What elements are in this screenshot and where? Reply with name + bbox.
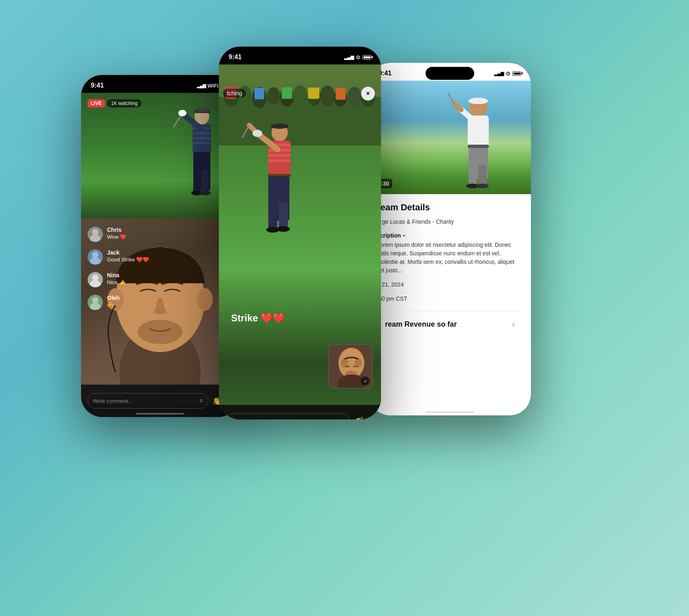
pip-camera-2: ⤢ bbox=[328, 344, 373, 389]
avatar-nina bbox=[88, 272, 103, 287]
status-icons-2: ▂▄▆ ⊙ bbox=[344, 54, 371, 60]
description-row: scription – Lorem ipsum dolor sit nsecte… bbox=[377, 232, 523, 275]
username-oleh: Oleh bbox=[107, 295, 120, 301]
comment-text-nina: Nina Nice 👍 bbox=[107, 272, 126, 285]
golfer-figure-1 bbox=[170, 105, 223, 218]
comment-text-oleh: Oleh 🤩 bbox=[107, 295, 120, 308]
phone-3: 9:41 ▂▄▆ ⊙ bbox=[369, 63, 531, 415]
avatar-oleh bbox=[88, 295, 103, 310]
message-oleh: 🤩 bbox=[107, 302, 120, 308]
comment-text-chris: Chris Wow ❤️ bbox=[107, 227, 126, 240]
svg-rect-46 bbox=[336, 88, 346, 100]
message-jack: Good Strike ❤️❤️ bbox=[107, 257, 149, 263]
applause-icon-2[interactable]: 👏 bbox=[354, 416, 364, 419]
strike-text-2: Strike ❤️❤️ bbox=[231, 312, 285, 324]
svg-point-34 bbox=[267, 87, 280, 105]
svg-rect-13 bbox=[201, 170, 209, 192]
svg-rect-5 bbox=[193, 132, 211, 135]
revenue-label-3: ream Revenue so far bbox=[385, 320, 457, 329]
bottom-bar-2: mment... ≡ 👏 ➤ bbox=[219, 405, 381, 419]
signal-icon-3: ▂▄▆ bbox=[494, 71, 504, 76]
menu-icon-2: ≡ bbox=[341, 417, 345, 419]
message-chris: Wow ❤️ bbox=[107, 234, 126, 240]
phone-1: 9:41 WiFi bbox=[81, 75, 239, 417]
battery-icon-2 bbox=[362, 55, 371, 60]
chevron-right-3: › bbox=[512, 320, 515, 329]
wifi-icon-1: WiFi bbox=[208, 83, 218, 89]
svg-point-38 bbox=[320, 86, 335, 107]
pip-expand-2[interactable]: ⤢ bbox=[361, 376, 370, 385]
svg-rect-58 bbox=[279, 202, 288, 229]
svg-point-36 bbox=[293, 85, 307, 105]
svg-rect-75 bbox=[468, 145, 489, 148]
svg-rect-77 bbox=[478, 165, 486, 185]
svg-point-23 bbox=[90, 235, 101, 242]
username-chris: Chris bbox=[107, 227, 126, 233]
svg-point-25 bbox=[90, 257, 101, 265]
menu-icon-1: ≡ bbox=[199, 397, 203, 404]
svg-point-40 bbox=[348, 87, 362, 106]
golf-video-3: 8:30 bbox=[369, 81, 531, 194]
svg-point-72 bbox=[469, 98, 488, 104]
svg-line-81 bbox=[454, 103, 461, 110]
golfer-back-svg-3 bbox=[446, 93, 511, 194]
svg-point-2 bbox=[195, 108, 210, 112]
status-time-1: 9:41 bbox=[91, 82, 104, 89]
comment-text-jack: Jack Good Strike ❤️❤️ bbox=[107, 249, 149, 263]
revenue-row-3[interactable]: ream Revenue so far › bbox=[377, 311, 523, 337]
username-jack: Jack bbox=[107, 249, 149, 256]
signal-icon-1 bbox=[197, 83, 205, 88]
svg-point-79 bbox=[476, 184, 489, 188]
status-icons-3: ▂▄▆ ⊙ bbox=[494, 71, 521, 77]
send-icon-2[interactable]: ➤ bbox=[366, 416, 377, 419]
svg-rect-44 bbox=[282, 87, 292, 99]
signal-icon-2: ▂▄▆ bbox=[344, 55, 354, 60]
golfer-svg-2 bbox=[235, 117, 316, 344]
event-name-row: orge Lucas & Friends - Charity bbox=[377, 218, 523, 226]
live-badge-1: LIVE bbox=[88, 99, 105, 107]
comments-overlay-1: Chris Wow ❤️ Jack Good Str bbox=[81, 227, 239, 317]
stream-details-3: ream Details orge Lucas & Friends - Char… bbox=[369, 194, 531, 415]
svg-point-16 bbox=[178, 110, 186, 116]
svg-point-60 bbox=[277, 226, 290, 232]
comment-input-2[interactable]: mment... ≡ bbox=[225, 413, 350, 419]
time-row: :30 pm CST bbox=[377, 295, 523, 303]
close-button-2[interactable]: × bbox=[361, 87, 375, 101]
svg-rect-54 bbox=[268, 159, 291, 162]
golf-video-2: tching × Strike ❤️❤️ bbox=[219, 64, 381, 419]
phone-2: 9:41 ▂▄▆ ⊙ bbox=[219, 47, 381, 419]
status-time-2: 9:41 bbox=[229, 53, 242, 61]
dynamic-island-3 bbox=[426, 67, 474, 80]
event-name-3: orge Lucas & Friends - Charity bbox=[377, 218, 454, 225]
avatar-chris bbox=[88, 227, 103, 242]
comment-input-1[interactable]: Write comment... ≡ bbox=[88, 393, 208, 409]
dynamic-island-2 bbox=[276, 51, 324, 64]
stream-details-title-3: ream Details bbox=[377, 202, 523, 213]
svg-point-26 bbox=[92, 274, 98, 281]
comment-item-chris: Chris Wow ❤️ bbox=[88, 227, 233, 242]
svg-point-15 bbox=[199, 190, 211, 195]
svg-rect-57 bbox=[268, 200, 277, 229]
svg-rect-43 bbox=[255, 88, 264, 99]
svg-line-63 bbox=[242, 125, 249, 137]
svg-point-27 bbox=[90, 280, 101, 287]
svg-rect-76 bbox=[469, 165, 477, 185]
svg-rect-12 bbox=[193, 170, 201, 192]
comment-placeholder-2: mment... bbox=[231, 418, 338, 420]
watching-badge-2: tching bbox=[223, 89, 246, 98]
svg-line-82 bbox=[448, 93, 454, 103]
svg-rect-45 bbox=[308, 88, 319, 99]
svg-point-22 bbox=[92, 229, 98, 235]
svg-point-21 bbox=[138, 320, 182, 344]
battery-icon-3 bbox=[512, 71, 521, 76]
comment-item-nina: Nina Nice 👍 bbox=[88, 272, 233, 287]
svg-rect-53 bbox=[268, 154, 291, 157]
svg-point-29 bbox=[90, 303, 101, 310]
svg-point-24 bbox=[92, 252, 98, 258]
date-row: b 21, 2024 bbox=[377, 280, 523, 289]
description-label-3: scription – bbox=[377, 232, 406, 239]
username-nina: Nina bbox=[107, 272, 126, 278]
svg-point-64 bbox=[252, 130, 262, 137]
self-cam-1: Chris Wow ❤️ Jack Good Str bbox=[81, 218, 239, 405]
wifi-icon-2: ⊙ bbox=[356, 54, 360, 60]
